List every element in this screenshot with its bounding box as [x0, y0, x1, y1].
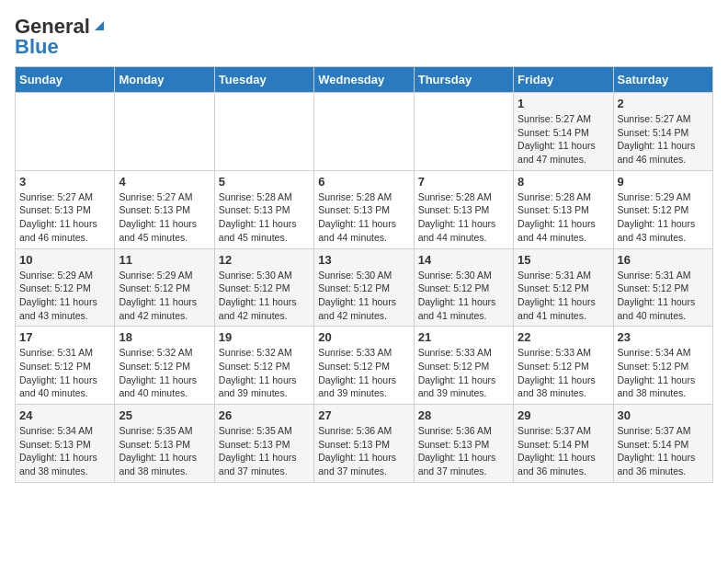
day-number: 23 — [618, 330, 709, 344]
day-number: 3 — [19, 175, 110, 189]
day-number: 4 — [119, 175, 210, 189]
calendar-cell: 27Sunrise: 5:36 AM Sunset: 5:13 PM Dayli… — [314, 405, 414, 483]
day-number: 16 — [618, 253, 709, 267]
calendar-cell — [115, 93, 214, 171]
calendar-cell: 7Sunrise: 5:28 AM Sunset: 5:13 PM Daylig… — [414, 170, 513, 248]
day-number: 17 — [19, 330, 110, 344]
day-info: Sunrise: 5:33 AM Sunset: 5:12 PM Dayligh… — [318, 346, 409, 400]
day-number: 9 — [618, 175, 709, 189]
weekday-header-thursday: Thursday — [414, 67, 513, 93]
calendar-cell: 10Sunrise: 5:29 AM Sunset: 5:12 PM Dayli… — [16, 248, 115, 327]
calendar-cell: 5Sunrise: 5:28 AM Sunset: 5:13 PM Daylig… — [214, 170, 313, 248]
day-number: 24 — [19, 408, 110, 422]
day-number: 20 — [318, 330, 409, 344]
calendar-cell: 24Sunrise: 5:34 AM Sunset: 5:13 PM Dayli… — [16, 405, 115, 483]
day-info: Sunrise: 5:29 AM Sunset: 5:12 PM Dayligh… — [618, 190, 709, 245]
day-number: 19 — [219, 330, 310, 344]
day-info: Sunrise: 5:33 AM Sunset: 5:12 PM Dayligh… — [518, 346, 609, 400]
calendar-week-row: 17Sunrise: 5:31 AM Sunset: 5:12 PM Dayli… — [16, 327, 713, 405]
day-info: Sunrise: 5:30 AM Sunset: 5:12 PM Dayligh… — [318, 269, 409, 323]
day-number: 7 — [418, 175, 509, 189]
day-info: Sunrise: 5:29 AM Sunset: 5:12 PM Dayligh… — [119, 269, 210, 323]
calendar-cell: 20Sunrise: 5:33 AM Sunset: 5:12 PM Dayli… — [314, 327, 414, 405]
day-number: 29 — [518, 408, 609, 422]
calendar-cell: 29Sunrise: 5:37 AM Sunset: 5:14 PM Dayli… — [514, 405, 613, 483]
day-info: Sunrise: 5:30 AM Sunset: 5:12 PM Dayligh… — [219, 269, 310, 323]
calendar-week-row: 24Sunrise: 5:34 AM Sunset: 5:13 PM Dayli… — [16, 405, 713, 483]
day-info: Sunrise: 5:33 AM Sunset: 5:12 PM Dayligh… — [418, 346, 509, 400]
calendar-cell: 19Sunrise: 5:32 AM Sunset: 5:12 PM Dayli… — [214, 327, 313, 405]
calendar-cell: 28Sunrise: 5:36 AM Sunset: 5:13 PM Dayli… — [414, 405, 513, 483]
calendar-week-row: 10Sunrise: 5:29 AM Sunset: 5:12 PM Dayli… — [16, 248, 713, 327]
day-number: 8 — [518, 175, 609, 189]
day-number: 10 — [19, 253, 110, 267]
day-number: 1 — [518, 97, 609, 110]
calendar-cell — [16, 93, 115, 171]
page-header: General Blue — [15, 15, 713, 59]
day-info: Sunrise: 5:36 AM Sunset: 5:13 PM Dayligh… — [318, 424, 409, 478]
day-info: Sunrise: 5:30 AM Sunset: 5:12 PM Dayligh… — [418, 269, 509, 323]
weekday-header-wednesday: Wednesday — [314, 67, 414, 93]
weekday-header-monday: Monday — [115, 67, 214, 93]
calendar-cell — [314, 93, 414, 171]
day-number: 22 — [518, 330, 609, 344]
day-info: Sunrise: 5:28 AM Sunset: 5:13 PM Dayligh… — [318, 190, 409, 245]
calendar-cell: 9Sunrise: 5:29 AM Sunset: 5:12 PM Daylig… — [613, 170, 712, 248]
day-number: 18 — [119, 330, 210, 344]
day-info: Sunrise: 5:27 AM Sunset: 5:13 PM Dayligh… — [19, 190, 110, 245]
weekday-header-tuesday: Tuesday — [214, 67, 313, 93]
day-info: Sunrise: 5:27 AM Sunset: 5:13 PM Dayligh… — [119, 190, 210, 245]
weekday-header-friday: Friday — [514, 67, 613, 93]
calendar-cell — [414, 93, 513, 171]
calendar-cell: 13Sunrise: 5:30 AM Sunset: 5:12 PM Dayli… — [314, 248, 414, 327]
day-info: Sunrise: 5:29 AM Sunset: 5:12 PM Dayligh… — [19, 269, 110, 323]
calendar-cell: 26Sunrise: 5:35 AM Sunset: 5:13 PM Dayli… — [214, 405, 313, 483]
calendar-cell: 3Sunrise: 5:27 AM Sunset: 5:13 PM Daylig… — [16, 170, 115, 248]
day-info: Sunrise: 5:37 AM Sunset: 5:14 PM Dayligh… — [618, 424, 709, 478]
svg-marker-0 — [95, 21, 104, 30]
calendar-week-row: 3Sunrise: 5:27 AM Sunset: 5:13 PM Daylig… — [16, 170, 713, 248]
day-number: 6 — [318, 175, 409, 189]
calendar-cell: 15Sunrise: 5:31 AM Sunset: 5:12 PM Dayli… — [514, 248, 613, 327]
day-info: Sunrise: 5:31 AM Sunset: 5:12 PM Dayligh… — [19, 346, 110, 400]
calendar-cell — [214, 93, 313, 171]
day-info: Sunrise: 5:34 AM Sunset: 5:13 PM Dayligh… — [19, 424, 110, 478]
day-number: 30 — [618, 408, 709, 422]
day-number: 15 — [518, 253, 609, 267]
day-info: Sunrise: 5:34 AM Sunset: 5:12 PM Dayligh… — [618, 346, 709, 400]
calendar-cell: 6Sunrise: 5:28 AM Sunset: 5:13 PM Daylig… — [314, 170, 414, 248]
calendar-cell: 17Sunrise: 5:31 AM Sunset: 5:12 PM Dayli… — [16, 327, 115, 405]
day-info: Sunrise: 5:27 AM Sunset: 5:14 PM Dayligh… — [518, 112, 609, 167]
day-number: 14 — [418, 253, 509, 267]
logo-arrow-icon — [91, 17, 108, 34]
calendar-cell: 1Sunrise: 5:27 AM Sunset: 5:14 PM Daylig… — [514, 93, 613, 171]
calendar-cell: 11Sunrise: 5:29 AM Sunset: 5:12 PM Dayli… — [115, 248, 214, 327]
logo: General Blue — [15, 15, 108, 59]
day-number: 2 — [618, 97, 709, 110]
calendar-body: 1Sunrise: 5:27 AM Sunset: 5:14 PM Daylig… — [16, 93, 713, 483]
calendar-cell: 25Sunrise: 5:35 AM Sunset: 5:13 PM Dayli… — [115, 405, 214, 483]
calendar-cell: 14Sunrise: 5:30 AM Sunset: 5:12 PM Dayli… — [414, 248, 513, 327]
weekday-header-saturday: Saturday — [613, 67, 712, 93]
calendar-header-row: SundayMondayTuesdayWednesdayThursdayFrid… — [16, 67, 713, 93]
day-info: Sunrise: 5:28 AM Sunset: 5:13 PM Dayligh… — [418, 190, 509, 245]
day-info: Sunrise: 5:28 AM Sunset: 5:13 PM Dayligh… — [518, 190, 609, 245]
calendar-cell: 16Sunrise: 5:31 AM Sunset: 5:12 PM Dayli… — [613, 248, 712, 327]
day-info: Sunrise: 5:31 AM Sunset: 5:12 PM Dayligh… — [618, 269, 709, 323]
day-number: 21 — [418, 330, 509, 344]
calendar-cell: 22Sunrise: 5:33 AM Sunset: 5:12 PM Dayli… — [514, 327, 613, 405]
day-info: Sunrise: 5:35 AM Sunset: 5:13 PM Dayligh… — [119, 424, 210, 478]
day-number: 25 — [119, 408, 210, 422]
calendar-cell: 18Sunrise: 5:32 AM Sunset: 5:12 PM Dayli… — [115, 327, 214, 405]
day-info: Sunrise: 5:28 AM Sunset: 5:13 PM Dayligh… — [219, 190, 310, 245]
calendar-cell: 4Sunrise: 5:27 AM Sunset: 5:13 PM Daylig… — [115, 170, 214, 248]
day-number: 28 — [418, 408, 509, 422]
calendar-cell: 23Sunrise: 5:34 AM Sunset: 5:12 PM Dayli… — [613, 327, 712, 405]
day-info: Sunrise: 5:37 AM Sunset: 5:14 PM Dayligh… — [518, 424, 609, 478]
calendar-cell: 21Sunrise: 5:33 AM Sunset: 5:12 PM Dayli… — [414, 327, 513, 405]
calendar-cell: 8Sunrise: 5:28 AM Sunset: 5:13 PM Daylig… — [514, 170, 613, 248]
calendar-cell: 12Sunrise: 5:30 AM Sunset: 5:12 PM Dayli… — [214, 248, 313, 327]
day-info: Sunrise: 5:32 AM Sunset: 5:12 PM Dayligh… — [219, 346, 310, 400]
day-number: 13 — [318, 253, 409, 267]
logo-blue: Blue — [15, 35, 59, 59]
